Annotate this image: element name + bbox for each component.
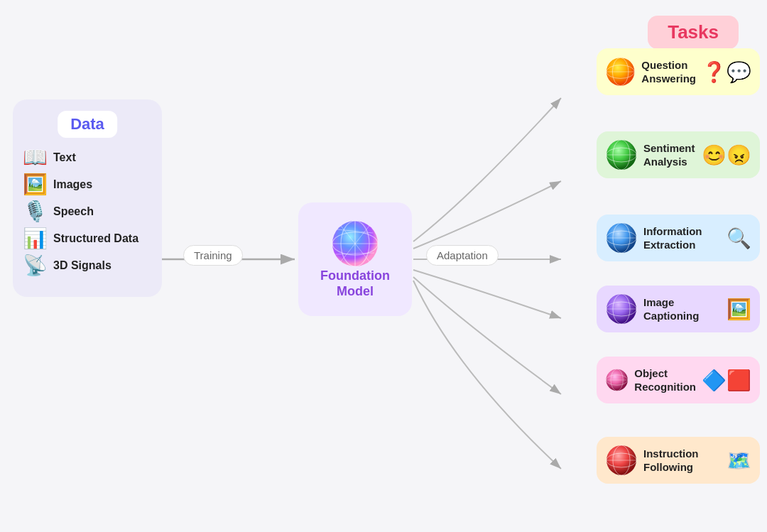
data-item-structured: 📊 Structured Data bbox=[23, 229, 152, 249]
images-icon: 🖼️ bbox=[23, 175, 48, 195]
info-label: InformationExtraction bbox=[643, 224, 721, 252]
object-icon: 🔷🟥 bbox=[702, 369, 751, 392]
data-label: Data bbox=[58, 111, 117, 138]
object-label: ObjectRecognition bbox=[634, 367, 696, 394]
instruction-label: InstructionFollowing bbox=[643, 447, 721, 474]
data-panel: Data 📖 Text 🖼️ Images 🎙️ Speech 📊 Struct… bbox=[13, 99, 162, 297]
foundation-model-box: FoundationModel bbox=[298, 202, 412, 316]
caption-globe bbox=[605, 293, 638, 325]
tasks-label: Tasks bbox=[648, 16, 739, 49]
task-sentiment: SentimentAnalysis 😊😠 bbox=[597, 131, 760, 178]
task-caption: ImageCaptioning 🖼️ bbox=[597, 286, 760, 332]
task-instruction: InstructionFollowing 🗺️ bbox=[597, 437, 760, 484]
qa-icon: ❓💬 bbox=[702, 60, 751, 84]
object-globe bbox=[605, 364, 629, 396]
info-globe bbox=[605, 222, 638, 254]
sentiment-globe bbox=[605, 139, 638, 171]
adaptation-label: Adaptation bbox=[426, 245, 499, 266]
instruction-globe bbox=[605, 444, 638, 477]
foundation-model-globe bbox=[330, 219, 380, 268]
data-item-images: 🖼️ Images bbox=[23, 175, 152, 195]
data-label-text: Data bbox=[70, 115, 104, 133]
foundation-model-label: FoundationModel bbox=[320, 268, 390, 299]
data-item-signals: 📡 3D Signals bbox=[23, 256, 152, 276]
qa-label: QuestionAnswering bbox=[641, 58, 696, 86]
caption-icon: 🖼️ bbox=[727, 298, 751, 321]
data-item-text: 📖 Text bbox=[23, 148, 152, 168]
task-info: InformationExtraction 🔍 bbox=[597, 215, 760, 261]
instruction-icon: 🗺️ bbox=[727, 449, 751, 472]
data-item-speech: 🎙️ Speech bbox=[23, 202, 152, 222]
info-icon: 🔍 bbox=[727, 227, 751, 250]
sentiment-icon: 😊😠 bbox=[702, 143, 751, 167]
qa-globe bbox=[605, 55, 636, 88]
structured-icon: 📊 bbox=[23, 229, 48, 249]
caption-label: ImageCaptioning bbox=[643, 295, 721, 323]
sentiment-label: SentimentAnalysis bbox=[643, 141, 696, 169]
speech-icon: 🎙️ bbox=[23, 202, 48, 222]
text-icon: 📖 bbox=[23, 148, 48, 168]
task-object: ObjectRecognition 🔷🟥 bbox=[597, 357, 760, 403]
training-label: Training bbox=[183, 245, 243, 266]
signals-icon: 📡 bbox=[23, 256, 48, 276]
task-qa: QuestionAnswering ❓💬 bbox=[597, 48, 760, 95]
